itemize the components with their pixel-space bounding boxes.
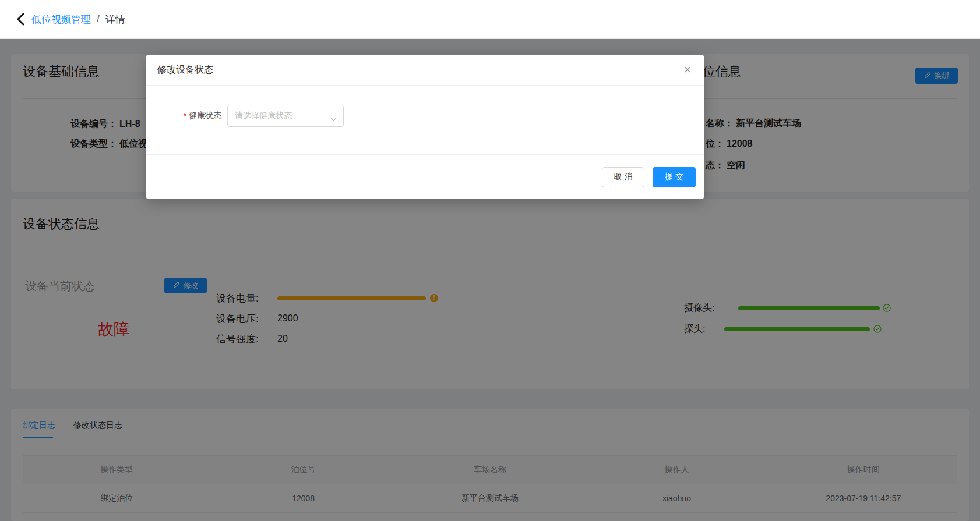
modify-device-status-modal: 修改设备状态 × * 健康状态 请选择健康状态 取 消 提 交 [146,55,704,199]
health-status-select[interactable]: 请选择健康状态 [227,105,344,127]
back-icon[interactable] [16,13,24,26]
breadcrumb-current: 详情 [105,13,125,26]
cancel-button[interactable]: 取 消 [602,167,644,187]
modal-footer: 取 消 提 交 [146,154,704,199]
chevron-down-icon [330,114,337,124]
close-icon[interactable]: × [679,62,696,78]
health-status-label: * 健康状态 [146,105,221,127]
select-placeholder: 请选择健康状态 [235,111,292,121]
breadcrumb-bar: 低位视频管理 / 详情 [0,0,980,39]
submit-button[interactable]: 提 交 [653,167,696,187]
breadcrumb-parent-link[interactable]: 低位视频管理 [31,13,91,26]
modal-title: 修改设备状态 [157,64,213,76]
breadcrumb: 低位视频管理 / 详情 [31,13,125,26]
breadcrumb-separator: / [97,13,100,25]
required-asterisk: * [184,111,186,120]
modal-header: 修改设备状态 [146,55,704,86]
